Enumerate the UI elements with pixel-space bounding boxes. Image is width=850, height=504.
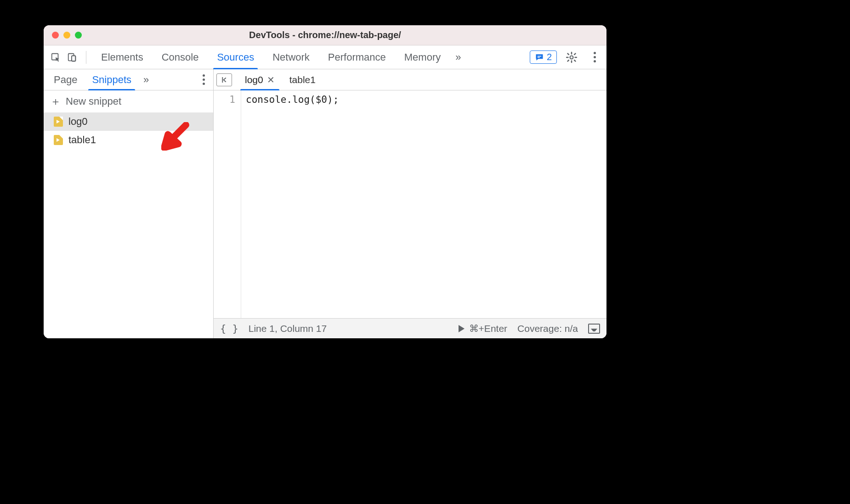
plus-icon: ＋: [50, 96, 61, 107]
snippet-name: table1: [68, 134, 96, 146]
tab-label: Elements: [101, 51, 143, 63]
chevron-left-bar-icon: [220, 76, 228, 84]
run-snippet-button[interactable]: ⌘+Enter: [459, 323, 507, 334]
snippet-file-icon: [54, 135, 63, 145]
kebab-icon: [203, 74, 205, 85]
line-gutter: 1: [214, 90, 241, 318]
sidebar-tab-label: Snippets: [92, 74, 131, 86]
statusbar: { } Line 1, Column 17 ⌘+Enter Coverage: …: [214, 318, 606, 338]
svg-rect-2: [72, 56, 75, 61]
close-icon[interactable]: ✕: [267, 74, 275, 85]
tabs-overflow-icon[interactable]: »: [450, 51, 466, 63]
more-options-button[interactable]: [586, 49, 603, 66]
issues-counter[interactable]: 2: [530, 50, 557, 64]
tab-performance[interactable]: Performance: [319, 45, 395, 69]
sidebar-tab-snippets[interactable]: Snippets: [85, 69, 139, 90]
sidebar-tabs: Page Snippets »: [44, 69, 213, 90]
cursor-position: Line 1, Column 17: [249, 323, 327, 334]
panel-body: Page Snippets » ＋ New snippet log0 table…: [44, 69, 606, 338]
sidebar: Page Snippets » ＋ New snippet log0 table…: [44, 69, 214, 338]
snippet-name: log0: [68, 116, 88, 128]
settings-button[interactable]: [563, 49, 580, 66]
issues-count: 2: [547, 52, 552, 62]
tab-console[interactable]: Console: [153, 45, 208, 69]
tab-elements[interactable]: Elements: [92, 45, 153, 69]
editor-tab-log0[interactable]: log0 ✕: [238, 69, 281, 90]
code-content[interactable]: console.log($0);: [241, 90, 606, 318]
zoom-window-button[interactable]: [75, 32, 82, 39]
editor-tabs: log0 ✕ table1: [214, 69, 606, 90]
snippet-item-table1[interactable]: table1: [44, 131, 213, 149]
editor-panel: log0 ✕ table1 1 console.log($0); { } Lin…: [214, 69, 606, 338]
close-window-button[interactable]: [52, 32, 59, 39]
gear-icon: [566, 51, 578, 63]
sidebar-tab-page[interactable]: Page: [46, 69, 85, 90]
tab-label: Memory: [404, 51, 441, 63]
snippet-file-icon: [54, 117, 63, 127]
devtools-window: DevTools - chrome://new-tab-page/ Elemen…: [44, 25, 606, 338]
tab-label: Network: [272, 51, 310, 63]
kebab-icon: [594, 52, 596, 62]
play-icon: [459, 325, 465, 332]
sidebar-tabs-overflow-icon[interactable]: »: [139, 74, 153, 86]
code-line: console.log($0);: [246, 94, 339, 105]
traffic-lights: [52, 32, 82, 39]
editor-tab-label: table1: [289, 74, 316, 85]
line-number: 1: [214, 94, 235, 105]
sidebar-tab-label: Page: [54, 74, 77, 86]
sidebar-more-button[interactable]: [197, 74, 210, 85]
code-editor[interactable]: 1 console.log($0);: [214, 90, 606, 318]
new-snippet-button[interactable]: ＋ New snippet: [44, 90, 213, 112]
snippet-item-log0[interactable]: log0: [44, 112, 213, 131]
console-drawer-toggle-icon[interactable]: [588, 324, 600, 334]
pretty-print-button[interactable]: { }: [220, 323, 238, 334]
tab-label: Sources: [217, 51, 254, 63]
minimize-window-button[interactable]: [63, 32, 70, 39]
window-title: DevTools - chrome://new-tab-page/: [44, 30, 606, 40]
svg-point-4: [570, 56, 573, 59]
tab-label: Performance: [328, 51, 386, 63]
navigator-toggle-button[interactable]: [216, 73, 232, 86]
main-tabstrip: Elements Console Sources Network Perform…: [44, 45, 606, 69]
inspect-element-icon[interactable]: [47, 49, 64, 66]
snippet-list: log0 table1: [44, 112, 213, 338]
tab-label: Console: [162, 51, 199, 63]
tab-memory[interactable]: Memory: [395, 45, 450, 69]
message-icon: [535, 53, 544, 62]
tab-sources[interactable]: Sources: [208, 45, 263, 69]
titlebar: DevTools - chrome://new-tab-page/: [44, 25, 606, 45]
editor-tab-label: log0: [245, 74, 263, 85]
new-snippet-label: New snippet: [66, 95, 121, 107]
run-hint: ⌘+Enter: [469, 323, 507, 334]
tab-network[interactable]: Network: [263, 45, 319, 69]
device-toolbar-icon[interactable]: [64, 49, 80, 66]
separator: [86, 51, 86, 64]
coverage-status[interactable]: Coverage: n/a: [517, 323, 578, 334]
editor-tab-table1[interactable]: table1: [283, 69, 322, 90]
